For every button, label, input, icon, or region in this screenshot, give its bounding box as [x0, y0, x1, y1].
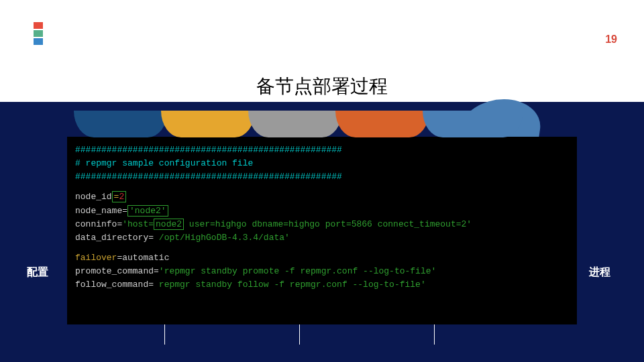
terminal-block: ########################################…	[67, 137, 577, 324]
highlight-box: =2	[112, 191, 127, 202]
highlight-box: 'node2'	[127, 205, 168, 217]
code-line: conninfo='host=node2 user=highgo dbname=…	[75, 218, 569, 231]
code-line: node_id=2	[75, 190, 569, 204]
logo-bars-icon	[34, 22, 43, 45]
tab-shape	[161, 111, 255, 137]
bottom-ticks	[87, 324, 435, 345]
page-title: Repmgr 简介	[52, 19, 182, 48]
pcc-year: 20 19	[605, 23, 617, 45]
header: Repmgr 简介	[34, 19, 182, 48]
code-line: follow_command= repmgr standby follow -f…	[75, 278, 569, 292]
tick-icon	[434, 324, 435, 345]
tab-shape	[74, 111, 168, 137]
subtitle: 备节点部署过程	[0, 74, 644, 99]
tick-icon	[164, 324, 165, 345]
code-line: node_name='node2'	[75, 204, 569, 218]
code-line: ########################################…	[75, 170, 569, 184]
pcc-logo: ▶CC 20 19	[545, 20, 617, 48]
tab-shapes	[74, 111, 517, 137]
code-line: failover=automatic	[75, 251, 569, 265]
highlight-box: node2	[154, 219, 184, 230]
code-line: ########################################…	[75, 143, 569, 157]
tab-shape	[423, 111, 523, 137]
code-line: promote_command='repmgr standby promote …	[75, 265, 569, 278]
tab-shape	[335, 111, 429, 137]
code-line: data_directory= /opt/HighGoDB-4.3.4/data…	[75, 231, 569, 245]
side-label-left: 配置	[27, 265, 48, 280]
code-line: # repmgr sample configuration file	[75, 157, 569, 170]
side-label-right: 进程	[589, 265, 610, 280]
tick-icon	[299, 324, 300, 345]
pcc-brand: ▶CC	[545, 20, 601, 48]
tab-shape	[248, 111, 342, 137]
